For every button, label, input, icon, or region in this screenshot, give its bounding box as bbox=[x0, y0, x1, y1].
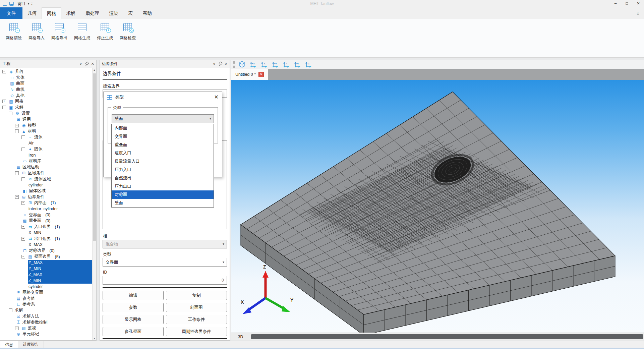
expand-expander-icon[interactable]: + bbox=[2, 100, 6, 103]
close-panel-icon[interactable]: ✕ bbox=[225, 62, 228, 66]
tree-item-实体[interactable]: □实体 bbox=[0, 75, 92, 81]
phase-combobox[interactable]: 混合物 ▾ bbox=[103, 240, 227, 248]
tree-item-监视[interactable]: +▧监视 bbox=[0, 325, 92, 331]
menu-tab-渲染[interactable]: 渲染 bbox=[104, 7, 123, 19]
tree-item-Y_MIN[interactable]: Y_MIN bbox=[0, 266, 92, 272]
tree-item-几何[interactable]: −◈几何 bbox=[0, 69, 92, 75]
collapse-expander-icon[interactable]: − bbox=[2, 106, 6, 109]
action-button-多孔壁面[interactable]: 多孔壁面 bbox=[103, 327, 164, 336]
id-field[interactable]: 0 bbox=[103, 276, 227, 285]
collapse-expander-icon[interactable]: − bbox=[21, 255, 25, 258]
tree-item-入口边界[interactable]: −⇉入口边界(1) bbox=[0, 224, 92, 230]
tree-item-Y_MAX[interactable]: Y_MAX bbox=[0, 260, 92, 266]
tree-item-模型[interactable]: +◉模型 bbox=[0, 122, 92, 128]
menu-tab-网格[interactable]: 网格 bbox=[42, 7, 61, 19]
tree-item-Air[interactable]: Air bbox=[0, 140, 92, 147]
action-button-剖面图[interactable]: 剖面图 bbox=[166, 303, 227, 312]
close-panel-icon[interactable]: ✕ bbox=[91, 62, 94, 66]
dropdown-option-交界面[interactable]: 交界面 bbox=[112, 132, 214, 141]
minimize-button[interactable]: – bbox=[610, 0, 621, 7]
type-combobox[interactable]: 交界面 ▾ bbox=[103, 258, 227, 267]
scroll-up-icon[interactable]: ▲ bbox=[93, 69, 96, 71]
menu-tab-宏[interactable]: 宏 bbox=[123, 7, 138, 19]
action-button-周期性边界条件[interactable]: 周期性边界条件 bbox=[166, 327, 227, 336]
view--X-icon[interactable]: -X bbox=[260, 61, 268, 68]
tree-item-交界面[interactable]: ≡交界面(0) bbox=[0, 212, 92, 218]
mesh-check-button[interactable]: 网格检查 bbox=[117, 23, 139, 41]
collapse-panel-icon[interactable]: ∨ bbox=[79, 62, 82, 66]
tree-item-网格交界面[interactable]: ≡网格交界面 bbox=[0, 289, 92, 295]
tree-item-cylinder[interactable]: cylinder bbox=[0, 182, 92, 188]
tree-item-设置[interactable]: −⚙设置 bbox=[0, 111, 92, 117]
dropdown-option-压力出口[interactable]: 压力出口 bbox=[112, 182, 214, 191]
tree-item-参考值[interactable]: ▤参考值 bbox=[0, 295, 92, 301]
tree-item-内部面[interactable]: −⊞内部面(1) bbox=[0, 200, 92, 206]
view-+Z-icon[interactable]: +Z bbox=[293, 61, 301, 68]
tree-item-流体区域[interactable]: −≋流体区域 bbox=[0, 176, 92, 182]
tree-item-求解参数控制[interactable]: Σ求解参数控制 bbox=[0, 319, 92, 325]
mesh-clear-button[interactable]: −网格清除 bbox=[3, 23, 25, 41]
tree-item-参考系[interactable]: ∟参考系 bbox=[0, 301, 92, 307]
collapse-expander-icon[interactable]: − bbox=[15, 171, 19, 175]
tree-item-区域运动[interactable]: ▦区域运动 bbox=[0, 164, 92, 170]
action-button-工作条件[interactable]: 工作条件 bbox=[166, 315, 227, 324]
tree-scrollbar[interactable]: ▲ ▼ bbox=[92, 68, 96, 340]
tree-item-interior_cylinder[interactable]: interior_cylinder bbox=[0, 206, 92, 212]
action-button-编辑[interactable]: 编辑 bbox=[103, 291, 164, 300]
view-+X-icon[interactable]: +X bbox=[249, 61, 257, 68]
stop-generate-button[interactable]: ●停止生成 bbox=[94, 23, 116, 41]
3d-canvas[interactable]: Z X Y bbox=[231, 80, 644, 333]
close-button[interactable]: ✕ bbox=[633, 0, 644, 7]
tree-item-求解[interactable]: −求解 bbox=[0, 307, 92, 313]
tree-item-对称边界[interactable]: ⊟对称边界(0) bbox=[0, 248, 92, 254]
dropdown-option-自然流出[interactable]: 自然流出 bbox=[112, 174, 214, 182]
tree-item-出口边界[interactable]: −⇉出口边界(1) bbox=[0, 236, 92, 242]
dialog-close-icon[interactable]: ✕ bbox=[214, 95, 219, 100]
save-icon[interactable] bbox=[9, 2, 14, 6]
dropdown-option-内部面[interactable]: 内部面 bbox=[112, 124, 214, 132]
collapse-panel-icon[interactable]: ∨ bbox=[213, 62, 216, 66]
tree-item-其他[interactable]: ◇其他 bbox=[0, 93, 92, 99]
tree-item-壁面边界[interactable]: −▤壁面边界(5) bbox=[0, 254, 92, 260]
menu-tab-文件[interactable]: 文件 bbox=[0, 7, 22, 19]
pin-icon[interactable] bbox=[85, 62, 89, 66]
tree-item-X_MIN[interactable]: X_MIN bbox=[0, 230, 92, 236]
menu-tab-几何[interactable]: 几何 bbox=[22, 7, 42, 19]
type-dialog-combobox[interactable]: 壁面 ▾ bbox=[112, 114, 214, 123]
dropdown-option-壁面[interactable]: 壁面 bbox=[112, 199, 214, 207]
mesh-import-button[interactable]: ←网格导入 bbox=[25, 23, 48, 41]
dropdown-option-速度入口[interactable]: 速度入口 bbox=[112, 149, 214, 157]
customize-toolbar-icon[interactable]: ▾ bbox=[31, 2, 33, 6]
tree-item-求解方法[interactable]: ☑求解方法 bbox=[0, 313, 92, 319]
collapse-expander-icon[interactable]: − bbox=[21, 237, 25, 241]
window-restore-icon[interactable] bbox=[3, 2, 7, 6]
tree-item-cylinder[interactable]: cylinder bbox=[0, 284, 92, 290]
collapse-expander-icon[interactable]: − bbox=[15, 129, 19, 133]
home-icon[interactable]: ⌂ bbox=[632, 7, 644, 19]
menu-tab-帮助[interactable]: 帮助 bbox=[138, 7, 157, 19]
view--Y-icon[interactable]: -Y bbox=[282, 61, 290, 68]
action-button-参数[interactable]: 参数 bbox=[103, 303, 164, 312]
tree-item-固体区域[interactable]: ◧固体区域 bbox=[0, 188, 92, 194]
expand-expander-icon[interactable]: + bbox=[15, 327, 19, 330]
viewport-tab[interactable]: Untitled 0 * ✕ bbox=[231, 69, 268, 80]
collapse-expander-icon[interactable]: − bbox=[21, 177, 25, 181]
tree-item-X_MAX[interactable]: X_MAX bbox=[0, 242, 92, 248]
view--Z-icon[interactable]: -Z bbox=[304, 61, 312, 68]
horizontal-scrollbar[interactable] bbox=[250, 333, 644, 341]
scrollbar-thumb[interactable] bbox=[251, 334, 643, 339]
tree-item-通用[interactable]: ⊞通用 bbox=[0, 116, 92, 122]
tree-item-曲线[interactable]: ∿曲线 bbox=[0, 86, 92, 93]
collapse-expander-icon[interactable]: − bbox=[21, 225, 25, 229]
collapse-expander-icon[interactable]: − bbox=[21, 148, 25, 151]
collapse-expander-icon[interactable]: − bbox=[9, 112, 12, 115]
menu-tab-后处理[interactable]: 后处理 bbox=[80, 7, 104, 19]
tree-item-材料[interactable]: −▲材料 bbox=[0, 128, 92, 134]
pin-icon[interactable] bbox=[218, 62, 222, 66]
tree-item-求解[interactable]: −▣求解 bbox=[0, 105, 92, 111]
collapse-expander-icon[interactable]: − bbox=[21, 201, 25, 205]
dropdown-option-质量流量入口[interactable]: 质量流量入口 bbox=[112, 157, 214, 166]
collapse-expander-icon[interactable]: − bbox=[15, 195, 19, 199]
view-+Y-icon[interactable]: +Y bbox=[271, 61, 279, 68]
tree-item-重叠面[interactable]: ▩重叠面(0) bbox=[0, 218, 92, 224]
